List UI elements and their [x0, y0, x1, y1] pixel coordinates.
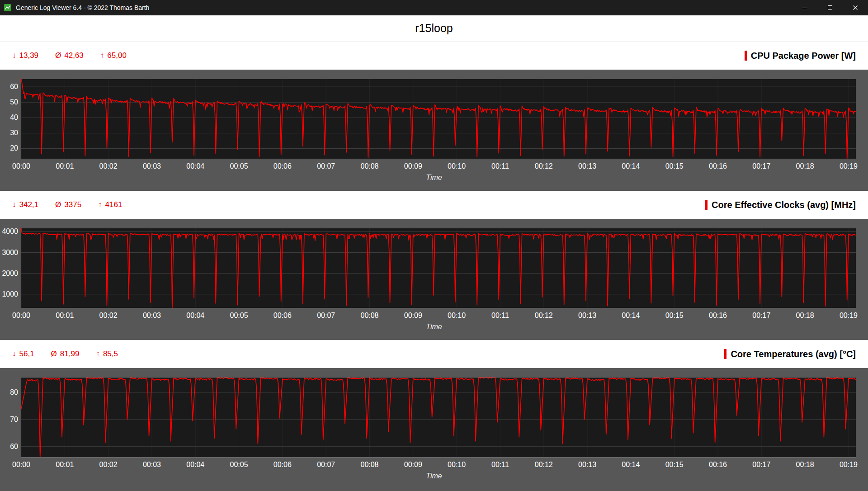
- stat-min: ↓ 13,39: [12, 51, 38, 60]
- chart-title-core-temps: Core Temperatures (avg) [°C]: [724, 349, 856, 359]
- x-tick-label: 00:12: [535, 461, 553, 469]
- x-tick-label: 00:15: [665, 312, 684, 320]
- stats-row: ↓ 342,1 Ø 3375 ↑ 4161: [12, 200, 122, 209]
- x-tick-label: 00:07: [317, 312, 335, 320]
- x-tick-label: 00:00: [12, 312, 30, 320]
- plot-cpu-power[interactable]: [21, 79, 856, 159]
- average-icon: Ø: [51, 349, 57, 359]
- stat-max: ↑ 4161: [98, 200, 122, 209]
- chart-title-text: CPU Package Power [W]: [751, 51, 856, 61]
- y-tick-label: 60: [0, 443, 18, 451]
- x-tick-label: 00:18: [796, 461, 814, 469]
- stat-min: ↓ 56,1: [12, 349, 34, 359]
- x-tick-label: 00:16: [709, 162, 727, 170]
- x-tick-label: 00:04: [186, 312, 204, 320]
- x-tick-label: 00:10: [448, 162, 466, 170]
- y-tick-label: 3000: [0, 249, 18, 257]
- chart-area-cpu-power: Time 203040506000:0000:0100:0200:0300:04…: [0, 70, 868, 191]
- minimize-button[interactable]: [792, 0, 817, 15]
- maximize-button[interactable]: [817, 0, 843, 15]
- x-tick-label: 00:06: [274, 162, 292, 170]
- stats-band-core-temps: ↓ 56,1 Ø 81,99 ↑ 85,5 Core Temperatures …: [0, 340, 868, 368]
- stat-avg: Ø 81,99: [51, 349, 80, 359]
- chart-area-core-clocks: Time 100020003000400000:0000:0100:0200:0…: [0, 219, 868, 340]
- x-axis-title: Time: [0, 323, 868, 331]
- chart-title-text: Core Temperatures (avg) [°C]: [731, 349, 856, 359]
- x-tick-label: 00:10: [448, 461, 466, 469]
- x-tick-label: 00:13: [578, 461, 596, 469]
- stat-max: ↑ 65,00: [100, 51, 127, 60]
- x-tick-label: 00:01: [56, 162, 74, 170]
- x-tick-label: 00:12: [535, 162, 553, 170]
- stat-avg-value: 3375: [64, 200, 81, 209]
- y-tick-label: 70: [0, 415, 18, 424]
- x-tick-label: 00:00: [12, 461, 30, 469]
- legend-color-bar: [745, 51, 747, 61]
- x-tick-label: 00:18: [796, 312, 814, 320]
- x-tick-label: 00:02: [99, 162, 118, 170]
- x-tick-label: 00:14: [622, 162, 640, 170]
- max-arrow-icon: ↑: [100, 51, 104, 60]
- legend-color-bar: [705, 200, 708, 210]
- x-axis-title: Time: [0, 174, 868, 182]
- x-tick-label: 00:17: [752, 461, 770, 469]
- chart-section-core-temps: ↓ 56,1 Ø 81,99 ↑ 85,5 Core Temperatures …: [0, 340, 868, 491]
- stats-row: ↓ 56,1 Ø 81,99 ↑ 85,5: [12, 349, 118, 359]
- x-tick-label: 00:14: [622, 461, 640, 469]
- stats-row: ↓ 13,39 Ø 42,63 ↑ 65,00: [12, 51, 127, 60]
- y-tick-label: 20: [0, 144, 18, 152]
- x-axis-title: Time: [0, 472, 868, 480]
- max-arrow-icon: ↑: [98, 200, 102, 209]
- x-tick-label: 00:05: [230, 461, 248, 469]
- window-controls: [792, 0, 868, 15]
- x-tick-label: 00:02: [99, 461, 118, 469]
- stats-band-core-clocks: ↓ 342,1 Ø 3375 ↑ 4161 Core Effective Clo…: [0, 191, 868, 219]
- min-arrow-icon: ↓: [12, 200, 16, 209]
- y-tick-label: 30: [0, 129, 18, 137]
- stat-avg-value: 42,63: [64, 51, 84, 60]
- x-tick-label: 00:08: [360, 461, 378, 469]
- x-tick-label: 00:09: [404, 312, 422, 320]
- chart-title-cpu-power: CPU Package Power [W]: [745, 51, 856, 61]
- x-tick-label: 00:03: [143, 461, 161, 469]
- plot-core-temps[interactable]: [21, 377, 856, 458]
- x-tick-label: 00:10: [448, 312, 466, 320]
- x-tick-label: 00:06: [274, 461, 292, 469]
- chart-title-text: Core Effective Clocks (avg) [MHz]: [712, 200, 856, 210]
- stat-avg: Ø 3375: [55, 200, 81, 209]
- window-title: Generic Log Viewer 6.4 - © 2022 Thomas B…: [16, 4, 149, 11]
- stat-max: ↑ 85,5: [96, 349, 118, 359]
- app-logo-icon: [4, 4, 12, 12]
- min-arrow-icon: ↓: [12, 51, 16, 60]
- x-tick-label: 00:01: [56, 461, 74, 469]
- x-tick-label: 00:01: [56, 312, 74, 320]
- x-tick-label: 00:07: [317, 461, 335, 469]
- x-tick-label: 00:13: [578, 162, 596, 170]
- x-tick-label: 00:14: [622, 312, 640, 320]
- x-tick-label: 00:08: [360, 312, 378, 320]
- y-tick-label: 40: [0, 113, 18, 122]
- y-tick-label: 60: [0, 83, 18, 91]
- log-title: r15loop: [0, 15, 868, 42]
- plot-core-clocks[interactable]: [21, 228, 856, 308]
- x-tick-label: 00:19: [840, 162, 858, 170]
- stat-min-value: 56,1: [19, 349, 34, 359]
- window-titlebar: Generic Log Viewer 6.4 - © 2022 Thomas B…: [0, 0, 868, 15]
- x-tick-label: 00:09: [404, 162, 422, 170]
- x-tick-label: 00:11: [491, 162, 509, 170]
- stat-min-value: 342,1: [19, 200, 39, 209]
- x-tick-label: 00:03: [143, 312, 161, 320]
- chart-section-core-clocks: ↓ 342,1 Ø 3375 ↑ 4161 Core Effective Clo…: [0, 191, 868, 340]
- close-button[interactable]: [843, 0, 868, 15]
- stat-max-value: 85,5: [103, 349, 118, 359]
- y-tick-label: 50: [0, 98, 18, 106]
- stat-min-value: 13,39: [19, 51, 39, 60]
- x-tick-label: 00:05: [230, 162, 248, 170]
- stat-min: ↓ 342,1: [12, 200, 38, 209]
- chart-title-core-clocks: Core Effective Clocks (avg) [MHz]: [705, 200, 856, 210]
- x-tick-label: 00:15: [665, 461, 684, 469]
- x-tick-label: 00:17: [752, 312, 770, 320]
- x-tick-label: 00:17: [752, 162, 770, 170]
- x-tick-label: 00:05: [230, 312, 248, 320]
- x-tick-label: 00:02: [99, 312, 118, 320]
